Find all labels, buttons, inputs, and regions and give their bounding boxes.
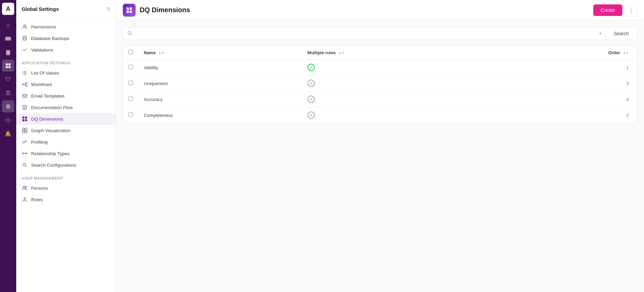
rail-icon-book[interactable]: 📖 (2, 33, 14, 45)
row-multiple-rules: ✕ (302, 76, 498, 91)
sidebar: Global Settings ≡ Permissions Database B… (16, 0, 116, 292)
app-logo[interactable]: A (2, 3, 14, 15)
svg-point-22 (23, 186, 25, 188)
rail-icon-bell[interactable]: 🔔 (2, 127, 14, 140)
sidebar-item-workflows[interactable]: Workflows (16, 79, 116, 90)
sidebar-item-roles-label: Roles (31, 197, 110, 202)
row-checkbox[interactable] (129, 65, 133, 69)
name-sort-icon[interactable]: ▲▼ (158, 51, 164, 55)
sidebar-item-validations[interactable]: Validations (16, 44, 116, 56)
sidebar-header: Global Settings ≡ (16, 0, 116, 17)
sidebar-item-search-configurations[interactable]: Search Configurations (16, 159, 116, 171)
sidebar-item-persons-label: Persons (31, 186, 110, 191)
svg-rect-2 (6, 66, 8, 68)
sidebar-item-email-templates[interactable]: Email Templates (16, 90, 116, 102)
persons-icon (22, 185, 28, 191)
sidebar-item-documentation-flow[interactable]: Documentation Flow (16, 102, 116, 113)
sidebar-item-documentation-flow-label: Documentation Flow (31, 105, 110, 110)
col-header-name: Name ▲▼ (138, 46, 302, 60)
sidebar-item-profiling[interactable]: Profiling (16, 136, 116, 148)
search-input[interactable] (135, 31, 597, 36)
sidebar-item-graph-visualization[interactable]: Graph Visualization (16, 125, 116, 136)
svg-rect-27 (127, 11, 129, 13)
sidebar-item-persons[interactable]: Persons (16, 182, 116, 194)
rail-icon-gear[interactable]: ⚙ (2, 100, 14, 112)
select-all-checkbox[interactable] (129, 50, 133, 54)
roles-icon (22, 196, 28, 203)
col-header-multiple-rules: Multiple rules ▲▼ (302, 46, 498, 60)
row-order: 4 (498, 91, 637, 107)
row-checkbox-cell (123, 76, 138, 91)
row-checkbox-cell (123, 91, 138, 107)
rail-icon-list[interactable]: ☰ (2, 87, 14, 99)
row-checkbox[interactable] (129, 97, 133, 101)
rail-icon-home[interactable]: ⌂ (2, 19, 14, 31)
svg-rect-16 (25, 128, 27, 130)
row-order: 3 (498, 76, 637, 91)
rail-icon-shield[interactable]: 🛡 (2, 73, 14, 85)
rail-icon-document[interactable]: 📋 (2, 46, 14, 58)
sidebar-menu-icon[interactable]: ≡ (107, 5, 110, 13)
row-checkbox[interactable] (129, 81, 133, 85)
workflows-icon (22, 81, 28, 87)
sidebar-app-section: Application Settings List Of Values Work… (16, 57, 116, 172)
row-order: 1 (498, 60, 637, 76)
sidebar-item-search-configurations-label: Search Configurations (31, 163, 110, 168)
disabled-icon: ✕ (307, 111, 315, 119)
sidebar-item-permissions[interactable]: Permissions (16, 21, 116, 33)
table-row: Completeness✕2 (123, 107, 637, 123)
svg-point-4 (24, 25, 26, 27)
sidebar-item-database-backups[interactable]: Database Backups (16, 33, 116, 44)
sidebar-item-list-of-values[interactable]: List Of Values (16, 67, 116, 79)
svg-rect-28 (130, 11, 132, 13)
sidebar-item-permissions-label: Permissions (31, 24, 110, 29)
rail-icon-dq[interactable] (2, 60, 14, 72)
sidebar-item-list-of-values-label: List Of Values (31, 70, 110, 76)
more-options-button[interactable]: ⋮ (625, 4, 637, 16)
table-row: Validity✓1 (123, 60, 637, 76)
permissions-icon (22, 24, 28, 30)
rail-icon-plus[interactable]: ➕ (2, 114, 14, 126)
order-sort-icon[interactable]: ▲▼ (623, 51, 629, 55)
search-input-wrap: ▾ (123, 27, 605, 40)
search-dropdown-arrow[interactable]: ▾ (599, 31, 601, 36)
sidebar-title: Global Settings (22, 6, 59, 12)
sidebar-top-section: Permissions Database Backups Validations (16, 17, 116, 57)
disabled-icon: ✕ (307, 80, 315, 87)
sidebar-item-relationship-types[interactable]: Relationship Types (16, 148, 116, 159)
svg-point-23 (25, 186, 27, 188)
validations-icon (22, 47, 28, 53)
main-content: DQ Dimensions Create ⋮ ▾ Search (116, 0, 644, 292)
row-multiple-rules: ✕ (302, 107, 498, 123)
svg-point-24 (24, 198, 26, 200)
topbar-page-icon (123, 4, 136, 17)
svg-rect-1 (8, 63, 10, 65)
row-name: Uniqueness (138, 76, 302, 91)
sidebar-item-workflows-label: Workflows (31, 82, 110, 87)
sidebar-item-roles[interactable]: Roles (16, 194, 116, 205)
sidebar-user-section: User Management Persons Roles (16, 172, 116, 207)
topbar: DQ Dimensions Create ⋮ (116, 0, 644, 20)
multiple-rules-sort-icon[interactable]: ▲▼ (338, 51, 344, 55)
sidebar-item-email-templates-label: Email Templates (31, 93, 110, 99)
create-button[interactable]: Create (593, 4, 622, 16)
list-of-values-icon (22, 70, 28, 76)
svg-rect-3 (8, 66, 10, 68)
sidebar-user-section-label: User Management (16, 176, 116, 182)
row-checkbox[interactable] (129, 112, 133, 117)
topbar-right: Create ⋮ (593, 4, 637, 16)
svg-rect-15 (22, 128, 24, 130)
search-button[interactable]: Search (605, 27, 637, 40)
row-name: Validity (138, 60, 302, 76)
sidebar-item-database-backups-label: Database Backups (31, 36, 110, 41)
svg-rect-0 (6, 63, 8, 65)
table-row: Accuracy✕4 (123, 91, 637, 107)
svg-rect-25 (127, 7, 129, 10)
data-table-wrap: Name ▲▼ Multiple rules ▲▼ Order ▲▼ (123, 45, 637, 123)
sidebar-item-graph-visualization-label: Graph Visualization (31, 128, 110, 133)
sidebar-item-dq-dimensions[interactable]: DQ Dimensions (16, 113, 116, 125)
disabled-icon: ✕ (307, 96, 315, 103)
svg-rect-14 (25, 119, 27, 121)
topbar-left: DQ Dimensions (123, 4, 190, 17)
svg-rect-9 (23, 95, 27, 98)
